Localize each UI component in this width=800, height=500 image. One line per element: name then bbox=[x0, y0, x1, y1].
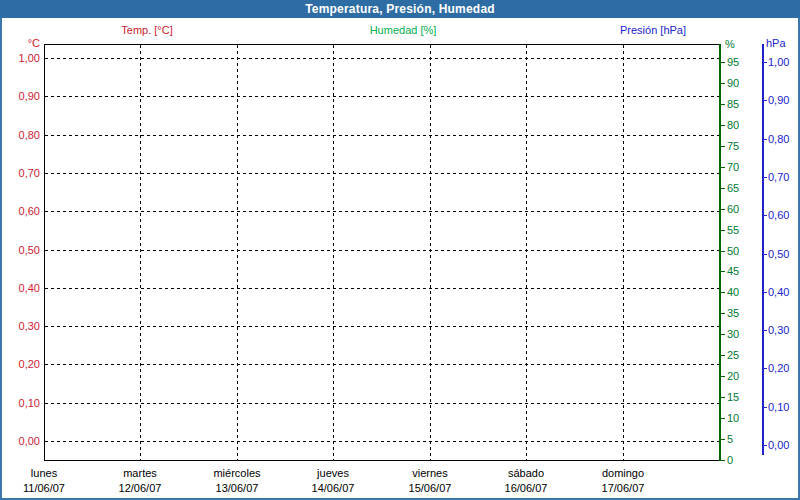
humidity-tick-mark bbox=[721, 418, 725, 419]
humidity-tick-label: 60 bbox=[727, 202, 753, 216]
pressure-tick-label: 0,50 bbox=[768, 247, 798, 261]
day-date: 12/06/07 bbox=[92, 482, 188, 495]
day-date: 15/06/07 bbox=[382, 482, 478, 495]
pressure-tick-mark bbox=[764, 407, 767, 408]
day-name: sábado bbox=[478, 467, 574, 480]
humidity-tick-label: 30 bbox=[727, 327, 753, 341]
plot-frame-top bbox=[44, 44, 721, 45]
h-gridline bbox=[45, 96, 719, 97]
humidity-tick-mark bbox=[721, 104, 725, 105]
pressure-tick-label: 0,90 bbox=[768, 93, 798, 107]
v-gridline bbox=[526, 45, 527, 460]
humidity-tick-mark bbox=[721, 355, 725, 356]
pressure-tick-label: 0,80 bbox=[768, 132, 798, 146]
h-gridline bbox=[45, 364, 719, 365]
day-date: 17/06/07 bbox=[575, 482, 671, 495]
temp-tick-label: 0,30 bbox=[0, 319, 40, 333]
pressure-tick-label: 0,60 bbox=[768, 208, 798, 222]
pressure-tick-mark bbox=[764, 177, 767, 178]
temp-tick-label: 1,00 bbox=[0, 51, 40, 65]
humidity-tick-mark bbox=[721, 146, 725, 147]
temp-tick-label: 0,90 bbox=[0, 89, 40, 103]
humidity-tick-label: 75 bbox=[727, 139, 753, 153]
humidity-tick-label: 90 bbox=[727, 76, 753, 90]
temp-tick-label: 0,60 bbox=[0, 204, 40, 218]
pressure-tick-mark bbox=[764, 100, 767, 101]
day-name: domingo bbox=[575, 467, 671, 480]
humidity-tick-label: 95 bbox=[727, 55, 753, 69]
pressure-tick-label: 0,20 bbox=[768, 361, 798, 375]
humidity-tick-mark bbox=[721, 251, 725, 252]
day-name: jueves bbox=[285, 467, 381, 480]
humidity-tick-label: 70 bbox=[727, 160, 753, 174]
humidity-tick-mark bbox=[721, 62, 725, 63]
chart-window: Temperatura, Presión, Humedad Temp. [°C]… bbox=[0, 0, 800, 500]
humidity-tick-mark bbox=[721, 397, 725, 398]
pressure-tick-mark bbox=[764, 445, 767, 446]
v-gridline bbox=[237, 45, 238, 460]
day-date: 11/06/07 bbox=[0, 482, 92, 495]
day-name: viernes bbox=[382, 467, 478, 480]
v-gridline bbox=[140, 45, 141, 460]
h-gridline bbox=[45, 250, 719, 251]
plot-frame-bottom bbox=[44, 460, 721, 461]
h-gridline bbox=[45, 58, 719, 59]
temp-tick-label: 0,40 bbox=[0, 281, 40, 295]
humidity-tick-label: 15 bbox=[727, 390, 753, 404]
temp-tick-label: 0,10 bbox=[0, 396, 40, 410]
legend-pressure: Presión [hPa] bbox=[583, 23, 723, 37]
pressure-tick-mark bbox=[764, 215, 767, 216]
humidity-axis-unit: % bbox=[725, 38, 755, 51]
pressure-tick-label: 0,70 bbox=[768, 170, 798, 184]
v-gridline bbox=[333, 45, 334, 460]
humidity-tick-mark bbox=[721, 125, 725, 126]
legend-temp: Temp. [°C] bbox=[77, 23, 217, 37]
h-gridline bbox=[45, 288, 719, 289]
humidity-tick-mark bbox=[721, 188, 725, 189]
pressure-tick-mark bbox=[764, 254, 767, 255]
pressure-tick-mark bbox=[764, 139, 767, 140]
pressure-tick-label: 0,00 bbox=[768, 438, 798, 452]
pressure-axis-unit: hPa bbox=[766, 37, 796, 50]
day-date: 13/06/07 bbox=[189, 482, 285, 495]
humidity-tick-label: 5 bbox=[727, 432, 753, 446]
h-gridline bbox=[45, 173, 719, 174]
pressure-tick-mark bbox=[764, 292, 767, 293]
pressure-tick-label: 1,00 bbox=[768, 55, 798, 69]
humidity-axis-line bbox=[719, 44, 721, 461]
humidity-tick-label: 0 bbox=[727, 453, 753, 467]
pressure-tick-mark bbox=[764, 368, 767, 369]
humidity-tick-mark bbox=[721, 334, 725, 335]
humidity-tick-label: 55 bbox=[727, 223, 753, 237]
h-gridline bbox=[45, 135, 719, 136]
temp-tick-label: 0,70 bbox=[0, 166, 40, 180]
temp-tick-label: 0,50 bbox=[0, 243, 40, 257]
humidity-tick-mark bbox=[721, 460, 725, 461]
pressure-tick-mark bbox=[764, 62, 767, 63]
h-gridline bbox=[45, 326, 719, 327]
pressure-tick-label: 0,30 bbox=[768, 323, 798, 337]
humidity-tick-mark bbox=[721, 376, 725, 377]
humidity-tick-label: 80 bbox=[727, 118, 753, 132]
pressure-axis-line bbox=[762, 44, 764, 455]
humidity-tick-mark bbox=[721, 313, 725, 314]
humidity-tick-mark bbox=[721, 167, 725, 168]
humidity-tick-label: 65 bbox=[727, 181, 753, 195]
day-date: 16/06/07 bbox=[478, 482, 574, 495]
v-gridline bbox=[430, 45, 431, 460]
h-gridline bbox=[45, 403, 719, 404]
h-gridline bbox=[45, 441, 719, 442]
legend-humidity: Humedad [%] bbox=[333, 23, 473, 37]
day-name: lunes bbox=[0, 467, 92, 480]
humidity-tick-mark bbox=[721, 439, 725, 440]
humidity-tick-label: 50 bbox=[727, 244, 753, 258]
day-name: miércoles bbox=[189, 467, 285, 480]
humidity-tick-label: 25 bbox=[727, 348, 753, 362]
humidity-tick-mark bbox=[721, 209, 725, 210]
h-gridline bbox=[45, 211, 719, 212]
day-date: 14/06/07 bbox=[285, 482, 381, 495]
temp-tick-label: 0,00 bbox=[0, 434, 40, 448]
humidity-tick-mark bbox=[721, 292, 725, 293]
humidity-tick-mark bbox=[721, 83, 725, 84]
pressure-tick-mark bbox=[764, 330, 767, 331]
